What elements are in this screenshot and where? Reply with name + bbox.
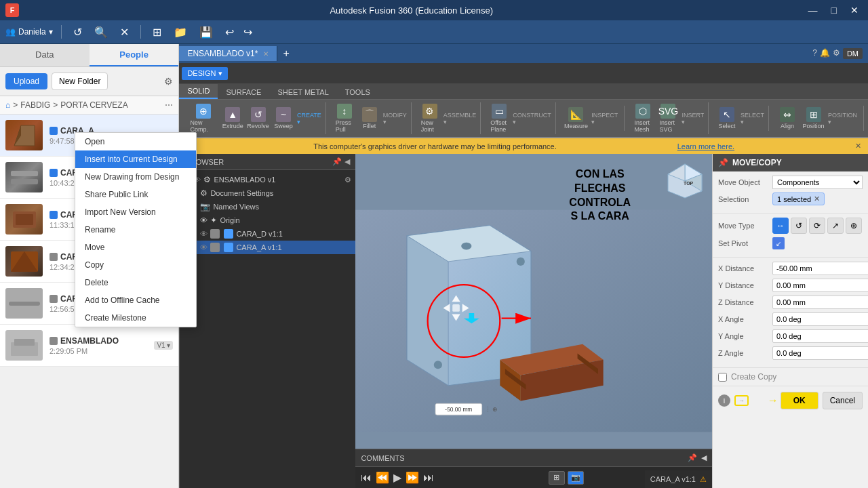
ctx-insert[interactable]: Insert into Current Design — [75, 150, 196, 168]
ctx-share-public[interactable]: Share Public Link — [75, 186, 196, 203]
design-dropdown-button[interactable]: DESIGN ▾ — [182, 67, 227, 80]
undo-button[interactable]: ↩ — [222, 24, 237, 40]
x-angle-input[interactable] — [772, 312, 868, 326]
tree-item-cara-a[interactable]: ▶ 👁 CARA_A v1:1 — [180, 241, 355, 254]
ctx-rename[interactable]: Rename — [75, 221, 196, 239]
user-menu[interactable]: 👥 Daniela ▾ — [5, 27, 53, 37]
z-distance-input[interactable] — [772, 296, 868, 309]
tree-item-origin[interactable]: ▶ 👁 ✦ Origin — [180, 214, 355, 227]
file-item-ensamblado[interactable]: ENSAMBLADO 2:29:05 PM V1 ▾ — [0, 325, 178, 367]
y-distance-input[interactable] — [772, 279, 868, 292]
tab-ensamblado[interactable]: ENSAMBLADO v1* ✕ — [179, 46, 277, 61]
ribbon-btn-fillet[interactable]: ⌒ Fillet — [358, 106, 381, 131]
warning-link[interactable]: Learn more here. — [677, 142, 734, 150]
tab-close-icon[interactable]: ✕ — [263, 50, 269, 58]
z-angle-input[interactable] — [772, 346, 868, 360]
ribbon-btn-sweep[interactable]: ~ Sweep — [272, 106, 295, 131]
tree-item-doc-settings[interactable]: ▶ ⚙ Document Settings — [180, 186, 355, 200]
tree-item-named-views[interactable]: ▶ 📷 Named Views — [180, 200, 355, 214]
move-type-rotate-icon[interactable]: ↺ — [791, 218, 807, 234]
breadcrumb-path2[interactable]: PORTA CERVEZA — [60, 100, 127, 110]
save-button[interactable]: 💾 — [196, 24, 216, 40]
tab-data[interactable]: Data — [0, 44, 90, 66]
breadcrumb-options-icon[interactable]: ⋯ — [165, 100, 173, 110]
y-angle-input[interactable] — [772, 329, 868, 343]
tab-notifications-icon[interactable]: 🔔 — [820, 48, 830, 59]
comments-pin-icon[interactable]: 📌 — [688, 453, 697, 462]
tab-people[interactable]: People — [90, 44, 179, 66]
tree-eye-origin[interactable]: 👁 — [200, 216, 208, 224]
tree-item-cara-d[interactable]: ▶ 👁 CARA_D v1:1 — [180, 227, 355, 241]
restore-button[interactable]: □ — [827, 3, 841, 17]
close-panel-button[interactable]: ✕ — [117, 24, 132, 40]
tab-settings-icon[interactable]: ⚙ — [833, 48, 840, 59]
version-badge-ensamblado[interactable]: V1 ▾ — [154, 341, 173, 350]
viewport[interactable]: -50.00 mm ⋮ ⊕ CON LAS FLECHAS CONTROLA S… — [355, 154, 712, 488]
tab-add-button[interactable]: + — [277, 45, 294, 62]
ribbon-tab-tools[interactable]: TOOLS — [337, 85, 378, 99]
ribbon-btn-insert-svg[interactable]: SVG Insert SVG — [656, 102, 679, 134]
move-object-select[interactable]: Components — [772, 176, 863, 189]
ctx-new-drawing[interactable]: New Drawing from Design — [75, 168, 196, 186]
close-button[interactable]: ✕ — [846, 3, 863, 17]
ribbon-btn-offset-plane[interactable]: ▭ Offset Plane — [488, 102, 511, 134]
ctx-import-version[interactable]: Import New Version — [75, 203, 196, 221]
cancel-button[interactable]: Cancel — [823, 392, 863, 409]
ribbon-tab-surface[interactable]: SURFACE — [218, 85, 269, 99]
move-type-translate-icon[interactable]: ↔ — [772, 218, 789, 234]
ribbon-btn-press-pull[interactable]: ↕ Press Pull — [333, 102, 356, 134]
x-distance-input[interactable] — [772, 262, 868, 275]
tree-item-ensamblado[interactable]: ▼ 👁 ⚙ ENSAMBLADO v1 ⚙ — [180, 173, 355, 186]
redo-button[interactable]: ↪ — [240, 24, 256, 40]
frame-icon-1[interactable]: ⊞ — [549, 471, 565, 485]
move-type-along-icon[interactable]: ↗ — [827, 218, 844, 234]
frame-icon-2[interactable]: 📷 — [568, 471, 584, 485]
selection-clear-button[interactable]: ✕ — [814, 195, 820, 203]
ctx-move[interactable]: Move — [75, 239, 196, 256]
minimize-button[interactable]: — — [804, 3, 822, 17]
search-button[interactable]: 🔍 — [91, 24, 111, 40]
ctx-copy[interactable]: Copy — [75, 256, 196, 274]
ribbon-btn-insert-mesh[interactable]: ⬡ Insert Mesh — [631, 102, 654, 134]
prev-frame-button[interactable]: ⏪ — [376, 471, 389, 484]
browser-pin-icon[interactable]: 📌 — [332, 157, 342, 166]
panel-settings-icon[interactable]: ⚙ — [164, 76, 173, 87]
ribbon-btn-new-component[interactable]: ⊕ New Comp. — [187, 102, 219, 134]
ribbon-btn-measure[interactable]: 📐 Measure — [563, 106, 590, 131]
ribbon-btn-revolve[interactable]: ↺ Revolve — [246, 106, 270, 131]
ribbon-tab-sheet-metal[interactable]: SHEET METAL — [269, 85, 336, 99]
ctx-delete[interactable]: Delete — [75, 274, 196, 291]
browser-collapse-icon[interactable]: ◀ — [344, 157, 350, 166]
ctx-offline-cache[interactable]: Add to Offline Cache — [75, 291, 196, 309]
move-type-point-icon[interactable]: ⊕ — [846, 218, 862, 234]
ribbon-tab-solid[interactable]: SOLID — [179, 84, 218, 99]
ribbon-btn-align[interactable]: ⇔ Align — [776, 106, 799, 131]
tree-eye-cara-d[interactable]: 👁 — [200, 230, 208, 238]
comments-collapse-icon[interactable]: ◀ — [701, 453, 707, 462]
skip-start-button[interactable]: ⏮ — [361, 472, 372, 484]
tree-gear-ensamblado[interactable]: ⚙ — [344, 176, 351, 184]
breadcrumb-path1[interactable]: FABDIG — [20, 100, 50, 110]
ribbon-btn-new-joint[interactable]: ⚙ New Joint — [418, 102, 441, 134]
nav-cube[interactable]: TOP — [665, 161, 705, 201]
play-button[interactable]: ▶ — [393, 471, 401, 484]
next-frame-button[interactable]: ⏩ — [406, 471, 419, 484]
skip-end-button[interactable]: ⏭ — [423, 472, 434, 484]
apps-button[interactable]: ⊞ — [149, 24, 165, 40]
ok-button[interactable]: OK — [781, 392, 818, 409]
pivot-button[interactable]: ↙ — [772, 237, 785, 249]
warning-close-button[interactable]: ✕ — [855, 142, 861, 150]
breadcrumb-home[interactable]: ⌂ — [5, 100, 10, 110]
move-type-axis-icon[interactable]: ⟳ — [809, 218, 825, 234]
ctx-milestone[interactable]: Create Milestone — [75, 309, 196, 327]
open-button[interactable]: 📁 — [170, 24, 191, 40]
tree-eye-cara-a[interactable]: 👁 — [200, 243, 208, 251]
ribbon-btn-position2[interactable]: ⊞ Position — [801, 106, 826, 131]
ribbon-btn-extrude[interactable]: ▲ Extrude — [221, 106, 244, 131]
create-copy-checkbox[interactable] — [718, 373, 727, 382]
new-folder-button[interactable]: New Folder — [52, 73, 108, 90]
refresh-button[interactable]: ↺ — [70, 24, 85, 40]
ctx-open[interactable]: Open — [75, 133, 196, 150]
upload-button[interactable]: Upload — [5, 73, 47, 89]
tab-help-icon[interactable]: ? — [812, 48, 817, 59]
